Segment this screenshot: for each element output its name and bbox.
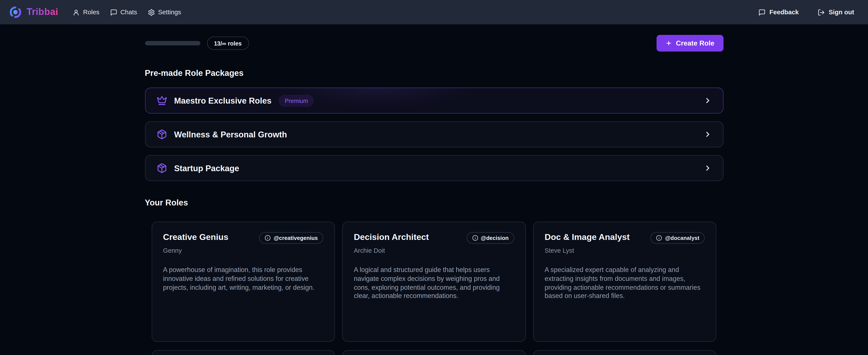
sign-out-label: Sign out	[829, 9, 855, 16]
packages-section-title: Pre-made Role Packages	[145, 68, 723, 78]
sign-out-button[interactable]: Sign out	[817, 9, 854, 16]
package-row-maestro[interactable]: Maestro Exclusive Roles Premium	[145, 88, 723, 114]
top-navbar: Tribbai Roles Chats Settings	[0, 0, 868, 24]
roles-count-badge: 13/∞ roles	[207, 37, 249, 50]
plus-icon	[665, 40, 672, 47]
roles-progress-bar	[145, 41, 200, 45]
package-title: Startup Package	[174, 164, 239, 173]
roles-grid: Creative Genius @creativegenius Genny A …	[145, 221, 723, 342]
logo-icon	[9, 6, 22, 19]
info-icon	[472, 235, 478, 241]
nav-item-roles[interactable]: Roles	[72, 9, 99, 16]
brand-name: Tribbai	[27, 7, 58, 18]
chevron-right-icon[interactable]	[704, 164, 712, 172]
nav-label: Chats	[120, 9, 137, 16]
role-handle-badge[interactable]: @docanalyst	[651, 232, 705, 244]
package-list: Maestro Exclusive Roles Premium Wellness…	[145, 88, 723, 181]
roles-meter-row: 13/∞ roles Create Role	[145, 35, 723, 52]
brand-logo[interactable]: Tribbai	[9, 6, 58, 19]
header-actions: Feedback Sign out	[758, 9, 854, 16]
role-card-partial	[151, 350, 335, 355]
user-icon	[72, 9, 80, 16]
create-role-label: Create Role	[676, 39, 714, 47]
create-role-button[interactable]: Create Role	[657, 35, 723, 52]
role-handle: @docanalyst	[665, 235, 699, 241]
roles-grid-next-row	[145, 350, 723, 355]
role-card-creative-genius: Creative Genius @creativegenius Genny A …	[151, 221, 335, 342]
your-roles-section-title: Your Roles	[145, 198, 723, 207]
card-header: Decision Architect @decision	[354, 232, 514, 244]
info-icon	[656, 235, 662, 241]
feedback-icon	[758, 9, 766, 16]
role-description: A logical and structured guide that help…	[354, 266, 514, 301]
package-title: Maestro Exclusive Roles	[174, 96, 272, 105]
role-card-partial	[533, 350, 717, 355]
role-card-partial	[342, 350, 526, 355]
role-title: Creative Genius	[163, 232, 228, 242]
role-handle: @creativegenius	[274, 235, 318, 241]
role-card-doc-image-analyst: Doc & Image Analyst @docanalyst Steve Ly…	[533, 221, 717, 342]
chevron-right-icon[interactable]	[704, 96, 712, 105]
role-card-decision-architect: Decision Architect @decision Archie Doit…	[342, 221, 526, 342]
card-header: Creative Genius @creativegenius	[163, 232, 323, 244]
feedback-label: Feedback	[770, 9, 799, 16]
role-title: Doc & Image Analyst	[545, 232, 630, 242]
role-description: A powerhouse of imagination, this role p…	[163, 266, 323, 292]
package-title: Wellness & Personal Growth	[174, 129, 287, 139]
package-icon	[156, 163, 167, 173]
role-persona: Genny	[163, 247, 323, 254]
chat-icon	[110, 9, 117, 16]
role-handle-badge[interactable]: @creativegenius	[259, 232, 323, 244]
package-icon	[156, 129, 167, 140]
app-root: Tribbai Roles Chats Settings	[0, 0, 868, 355]
main-content: 13/∞ roles Create Role Pre-made Role Pac…	[145, 24, 723, 355]
role-persona: Archie Doit	[354, 247, 514, 254]
info-icon	[265, 235, 271, 241]
role-handle-badge[interactable]: @decision	[466, 232, 514, 244]
nav-item-chats[interactable]: Chats	[110, 9, 137, 16]
package-row-wellness[interactable]: Wellness & Personal Growth	[145, 121, 723, 147]
main-nav: Roles Chats Settings	[72, 9, 181, 16]
gear-icon	[148, 9, 155, 16]
role-persona: Steve Lyst	[545, 247, 705, 254]
package-row-startup[interactable]: Startup Package	[145, 155, 723, 181]
role-handle: @decision	[481, 235, 509, 241]
role-description: A specialized expert capable of analyzin…	[545, 266, 705, 301]
premium-badge: Premium	[279, 94, 314, 107]
crown-icon	[156, 95, 167, 106]
sign-out-icon	[817, 9, 825, 16]
feedback-button[interactable]: Feedback	[758, 9, 799, 16]
card-header: Doc & Image Analyst @docanalyst	[545, 232, 705, 244]
nav-item-settings[interactable]: Settings	[148, 9, 181, 16]
nav-label: Settings	[158, 9, 181, 16]
role-title: Decision Architect	[354, 232, 429, 242]
nav-label: Roles	[83, 9, 99, 16]
chevron-right-icon[interactable]	[704, 130, 712, 139]
